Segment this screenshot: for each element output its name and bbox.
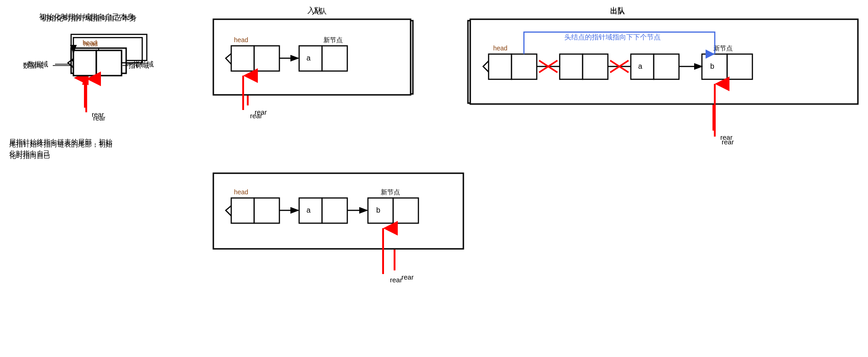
- d4-a-val: a: [638, 62, 642, 70]
- d2-head-text: head: [234, 36, 248, 44]
- d1-note1: 尾指针始终指向链表的尾部，初始: [9, 138, 112, 146]
- d2-title: 入队: [307, 6, 322, 14]
- d1-ptr-domain: 指针域: [128, 61, 149, 69]
- d4-blue-note: 头结点的指针域指向下下个节点: [564, 33, 661, 41]
- d4-b-val: b: [710, 62, 714, 70]
- d1-head-data: [73, 50, 96, 76]
- d1-chevron: [68, 59, 73, 68]
- d2-head-data: [231, 46, 254, 71]
- d1-title: 初始化时指针域指向自己本身: [39, 13, 134, 21]
- d3-node-b-data: [368, 198, 393, 223]
- d4-node-b-data: [702, 54, 727, 79]
- d2-new-node: 新节点: [323, 36, 343, 44]
- d4-head-data: [489, 54, 512, 79]
- d2-node-a-data: [299, 46, 322, 71]
- d3-rear-text: rear: [390, 276, 402, 284]
- d4-mid-data: [560, 54, 583, 79]
- d2-node-a-ptr: [322, 46, 347, 71]
- d2-head-ptr: [254, 46, 279, 71]
- d2-rear-text: rear: [250, 112, 262, 120]
- d3-new-node: 新节点: [381, 188, 400, 196]
- d4-node-b-ptr: [727, 54, 752, 79]
- d4-mid-ptr: [583, 54, 608, 79]
- d4-node-a-ptr: [654, 54, 679, 79]
- d3-node-a-ptr: [322, 198, 347, 223]
- d4-node-a-data: [631, 54, 654, 79]
- d1-head-ptr: [96, 50, 122, 76]
- d4-head-text: head: [493, 44, 507, 52]
- d2-a-val: a: [306, 54, 311, 62]
- d1-note2: 化时指向自己: [9, 149, 50, 157]
- d4-new-node: 新节点: [713, 44, 733, 52]
- d1-rear-text: rear: [93, 114, 106, 122]
- d4-rear-text: rear: [722, 138, 734, 146]
- d3-node-b-ptr: [393, 198, 418, 223]
- d3-a-val: a: [306, 206, 311, 214]
- d3-head-data: [231, 198, 254, 223]
- d1-data-domain: 数据域: [23, 61, 44, 69]
- d1-head-text: head: [83, 40, 98, 48]
- d3-b-val: b: [376, 206, 380, 214]
- d3-head-ptr: [254, 198, 279, 223]
- d4-title: 出队: [610, 6, 625, 14]
- d3-head-text: head: [234, 188, 248, 196]
- d4-head-ptr: [512, 54, 537, 79]
- d3-node-a-data: [299, 198, 322, 223]
